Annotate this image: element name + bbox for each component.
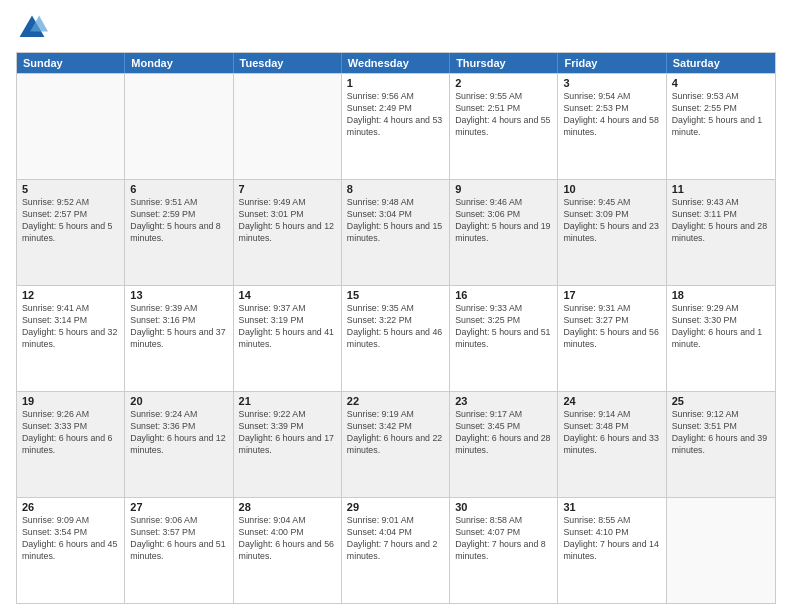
calendar-row: 12Sunrise: 9:41 AM Sunset: 3:14 PM Dayli… [17, 285, 775, 391]
cell-info: Sunrise: 9:46 AM Sunset: 3:06 PM Dayligh… [455, 197, 552, 245]
calendar-cell: 8Sunrise: 9:48 AM Sunset: 3:04 PM Daylig… [342, 180, 450, 285]
calendar-cell [667, 498, 775, 603]
day-number: 28 [239, 501, 336, 513]
calendar-cell: 28Sunrise: 9:04 AM Sunset: 4:00 PM Dayli… [234, 498, 342, 603]
day-number: 17 [563, 289, 660, 301]
cell-info: Sunrise: 9:12 AM Sunset: 3:51 PM Dayligh… [672, 409, 770, 457]
calendar-cell: 3Sunrise: 9:54 AM Sunset: 2:53 PM Daylig… [558, 74, 666, 179]
cell-info: Sunrise: 9:22 AM Sunset: 3:39 PM Dayligh… [239, 409, 336, 457]
cell-info: Sunrise: 9:56 AM Sunset: 2:49 PM Dayligh… [347, 91, 444, 139]
day-number: 7 [239, 183, 336, 195]
cell-info: Sunrise: 9:43 AM Sunset: 3:11 PM Dayligh… [672, 197, 770, 245]
calendar-cell: 13Sunrise: 9:39 AM Sunset: 3:16 PM Dayli… [125, 286, 233, 391]
calendar-row: 1Sunrise: 9:56 AM Sunset: 2:49 PM Daylig… [17, 73, 775, 179]
calendar-cell: 14Sunrise: 9:37 AM Sunset: 3:19 PM Dayli… [234, 286, 342, 391]
calendar-cell: 29Sunrise: 9:01 AM Sunset: 4:04 PM Dayli… [342, 498, 450, 603]
day-number: 25 [672, 395, 770, 407]
day-number: 23 [455, 395, 552, 407]
calendar-cell [234, 74, 342, 179]
cell-info: Sunrise: 8:58 AM Sunset: 4:07 PM Dayligh… [455, 515, 552, 563]
cell-info: Sunrise: 9:19 AM Sunset: 3:42 PM Dayligh… [347, 409, 444, 457]
calendar-cell: 27Sunrise: 9:06 AM Sunset: 3:57 PM Dayli… [125, 498, 233, 603]
day-number: 1 [347, 77, 444, 89]
calendar-cell: 26Sunrise: 9:09 AM Sunset: 3:54 PM Dayli… [17, 498, 125, 603]
day-number: 26 [22, 501, 119, 513]
cell-info: Sunrise: 9:17 AM Sunset: 3:45 PM Dayligh… [455, 409, 552, 457]
calendar-cell: 6Sunrise: 9:51 AM Sunset: 2:59 PM Daylig… [125, 180, 233, 285]
day-number: 14 [239, 289, 336, 301]
day-number: 9 [455, 183, 552, 195]
calendar-cell: 17Sunrise: 9:31 AM Sunset: 3:27 PM Dayli… [558, 286, 666, 391]
day-number: 27 [130, 501, 227, 513]
cell-info: Sunrise: 9:45 AM Sunset: 3:09 PM Dayligh… [563, 197, 660, 245]
day-number: 20 [130, 395, 227, 407]
day-number: 24 [563, 395, 660, 407]
calendar-cell: 12Sunrise: 9:41 AM Sunset: 3:14 PM Dayli… [17, 286, 125, 391]
calendar-cell: 10Sunrise: 9:45 AM Sunset: 3:09 PM Dayli… [558, 180, 666, 285]
calendar-cell: 4Sunrise: 9:53 AM Sunset: 2:55 PM Daylig… [667, 74, 775, 179]
calendar-cell: 30Sunrise: 8:58 AM Sunset: 4:07 PM Dayli… [450, 498, 558, 603]
calendar-cell: 9Sunrise: 9:46 AM Sunset: 3:06 PM Daylig… [450, 180, 558, 285]
calendar-row: 19Sunrise: 9:26 AM Sunset: 3:33 PM Dayli… [17, 391, 775, 497]
cell-info: Sunrise: 9:53 AM Sunset: 2:55 PM Dayligh… [672, 91, 770, 139]
day-number: 8 [347, 183, 444, 195]
calendar-cell: 21Sunrise: 9:22 AM Sunset: 3:39 PM Dayli… [234, 392, 342, 497]
logo [16, 12, 52, 44]
cell-info: Sunrise: 9:52 AM Sunset: 2:57 PM Dayligh… [22, 197, 119, 245]
day-number: 10 [563, 183, 660, 195]
day-number: 21 [239, 395, 336, 407]
calendar-cell: 7Sunrise: 9:49 AM Sunset: 3:01 PM Daylig… [234, 180, 342, 285]
cell-info: Sunrise: 9:55 AM Sunset: 2:51 PM Dayligh… [455, 91, 552, 139]
weekday-header: Sunday [17, 53, 125, 73]
cell-info: Sunrise: 9:33 AM Sunset: 3:25 PM Dayligh… [455, 303, 552, 351]
weekday-header: Wednesday [342, 53, 450, 73]
calendar-cell [17, 74, 125, 179]
calendar: SundayMondayTuesdayWednesdayThursdayFrid… [16, 52, 776, 604]
calendar-cell: 25Sunrise: 9:12 AM Sunset: 3:51 PM Dayli… [667, 392, 775, 497]
day-number: 15 [347, 289, 444, 301]
day-number: 12 [22, 289, 119, 301]
day-number: 30 [455, 501, 552, 513]
cell-info: Sunrise: 9:54 AM Sunset: 2:53 PM Dayligh… [563, 91, 660, 139]
calendar-cell: 24Sunrise: 9:14 AM Sunset: 3:48 PM Dayli… [558, 392, 666, 497]
cell-info: Sunrise: 9:49 AM Sunset: 3:01 PM Dayligh… [239, 197, 336, 245]
cell-info: Sunrise: 9:29 AM Sunset: 3:30 PM Dayligh… [672, 303, 770, 351]
calendar-cell: 15Sunrise: 9:35 AM Sunset: 3:22 PM Dayli… [342, 286, 450, 391]
cell-info: Sunrise: 9:41 AM Sunset: 3:14 PM Dayligh… [22, 303, 119, 351]
day-number: 18 [672, 289, 770, 301]
day-number: 4 [672, 77, 770, 89]
calendar-body: 1Sunrise: 9:56 AM Sunset: 2:49 PM Daylig… [17, 73, 775, 603]
cell-info: Sunrise: 9:09 AM Sunset: 3:54 PM Dayligh… [22, 515, 119, 563]
cell-info: Sunrise: 9:31 AM Sunset: 3:27 PM Dayligh… [563, 303, 660, 351]
header [16, 12, 776, 44]
day-number: 11 [672, 183, 770, 195]
cell-info: Sunrise: 9:51 AM Sunset: 2:59 PM Dayligh… [130, 197, 227, 245]
calendar-row: 26Sunrise: 9:09 AM Sunset: 3:54 PM Dayli… [17, 497, 775, 603]
day-number: 2 [455, 77, 552, 89]
logo-icon [16, 12, 48, 44]
calendar-cell: 16Sunrise: 9:33 AM Sunset: 3:25 PM Dayli… [450, 286, 558, 391]
cell-info: Sunrise: 9:06 AM Sunset: 3:57 PM Dayligh… [130, 515, 227, 563]
cell-info: Sunrise: 9:37 AM Sunset: 3:19 PM Dayligh… [239, 303, 336, 351]
calendar-cell [125, 74, 233, 179]
cell-info: Sunrise: 9:14 AM Sunset: 3:48 PM Dayligh… [563, 409, 660, 457]
calendar-header: SundayMondayTuesdayWednesdayThursdayFrid… [17, 53, 775, 73]
weekday-header: Saturday [667, 53, 775, 73]
cell-info: Sunrise: 9:48 AM Sunset: 3:04 PM Dayligh… [347, 197, 444, 245]
calendar-cell: 31Sunrise: 8:55 AM Sunset: 4:10 PM Dayli… [558, 498, 666, 603]
day-number: 19 [22, 395, 119, 407]
calendar-cell: 19Sunrise: 9:26 AM Sunset: 3:33 PM Dayli… [17, 392, 125, 497]
weekday-header: Monday [125, 53, 233, 73]
day-number: 5 [22, 183, 119, 195]
calendar-cell: 20Sunrise: 9:24 AM Sunset: 3:36 PM Dayli… [125, 392, 233, 497]
page: SundayMondayTuesdayWednesdayThursdayFrid… [0, 0, 792, 612]
weekday-header: Thursday [450, 53, 558, 73]
calendar-cell: 22Sunrise: 9:19 AM Sunset: 3:42 PM Dayli… [342, 392, 450, 497]
day-number: 29 [347, 501, 444, 513]
calendar-cell: 5Sunrise: 9:52 AM Sunset: 2:57 PM Daylig… [17, 180, 125, 285]
cell-info: Sunrise: 9:39 AM Sunset: 3:16 PM Dayligh… [130, 303, 227, 351]
calendar-cell: 2Sunrise: 9:55 AM Sunset: 2:51 PM Daylig… [450, 74, 558, 179]
cell-info: Sunrise: 9:24 AM Sunset: 3:36 PM Dayligh… [130, 409, 227, 457]
cell-info: Sunrise: 9:26 AM Sunset: 3:33 PM Dayligh… [22, 409, 119, 457]
cell-info: Sunrise: 9:35 AM Sunset: 3:22 PM Dayligh… [347, 303, 444, 351]
